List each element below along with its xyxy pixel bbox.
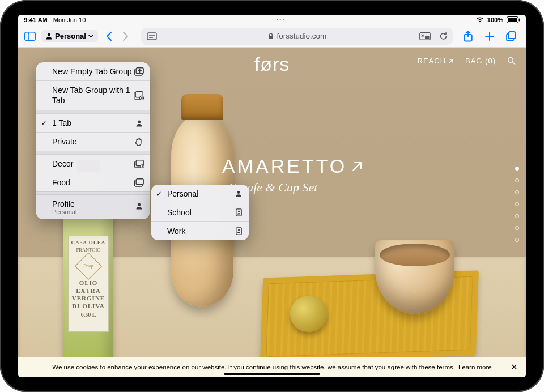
cookie-text: We use cookies to enhance your experienc… bbox=[52, 364, 455, 370]
dot-2[interactable] bbox=[515, 178, 519, 182]
dot-3[interactable] bbox=[515, 190, 519, 194]
chevron-down-icon bbox=[88, 35, 94, 38]
profile-submenu: ✓ Personal School Work bbox=[151, 185, 249, 240]
menu-new-empty-tab-group[interactable]: New Empty Tab Group bbox=[36, 62, 150, 80]
tabgroup-icon bbox=[134, 178, 144, 187]
address-bar[interactable]: forsstudio.com bbox=[141, 28, 453, 45]
status-date: Mon Jun 10 bbox=[53, 16, 86, 23]
nav-search-button[interactable] bbox=[507, 57, 516, 65]
tabs-overview-button[interactable] bbox=[505, 31, 517, 42]
svg-line-17 bbox=[513, 62, 515, 65]
menu-new-tab-group-with-tab[interactable]: New Tab Group with 1 Tab bbox=[36, 80, 150, 110]
screen: 9:41 AM Mon Jun 10 ··· 100% bbox=[18, 15, 526, 377]
svg-rect-32 bbox=[236, 209, 241, 216]
dot-4[interactable] bbox=[515, 202, 519, 206]
dot-7[interactable] bbox=[515, 238, 519, 242]
arrow-upright-icon bbox=[350, 160, 364, 173]
search-icon bbox=[507, 57, 516, 65]
svg-point-33 bbox=[237, 210, 239, 212]
svg-point-31 bbox=[237, 191, 240, 194]
person-icon bbox=[134, 202, 144, 210]
wifi-icon bbox=[476, 17, 484, 23]
cookie-learn-more[interactable]: Learn more bbox=[458, 364, 492, 370]
check-icon: ✓ bbox=[156, 190, 162, 198]
svg-point-35 bbox=[237, 229, 239, 231]
person-icon bbox=[134, 120, 144, 127]
svg-rect-1 bbox=[508, 18, 517, 22]
back-button[interactable] bbox=[103, 30, 115, 42]
site-logo[interactable]: førs bbox=[254, 53, 290, 75]
bottle-stamp: Doop bbox=[75, 253, 102, 280]
svg-point-28 bbox=[142, 165, 143, 166]
svg-rect-15 bbox=[509, 32, 516, 39]
svg-rect-9 bbox=[269, 36, 273, 39]
share-button[interactable] bbox=[462, 31, 474, 42]
forward-button bbox=[120, 30, 132, 42]
new-tab-button[interactable] bbox=[484, 31, 495, 42]
battery-icon bbox=[507, 16, 520, 23]
svg-rect-29 bbox=[136, 178, 143, 184]
svg-rect-2 bbox=[519, 19, 520, 22]
menu-one-tab[interactable]: ✓ 1 Tab bbox=[36, 113, 150, 132]
new-tabgroup-icon bbox=[134, 67, 144, 76]
profile-switcher-label: Personal bbox=[55, 32, 86, 40]
cookie-close-button[interactable]: ✕ bbox=[511, 362, 518, 372]
profile-option-work[interactable]: Work bbox=[151, 221, 249, 240]
pip-button[interactable] bbox=[419, 32, 431, 40]
hero-title[interactable]: AMARETTO bbox=[222, 155, 364, 177]
bottle-line4: DI OLIVA bbox=[71, 302, 106, 310]
nav-bag[interactable]: BAG (0) bbox=[465, 57, 496, 65]
bottle-line3: VERGINE bbox=[71, 295, 106, 302]
svg-rect-11 bbox=[425, 36, 430, 39]
svg-point-5 bbox=[48, 33, 50, 36]
profile-option-school[interactable]: School bbox=[151, 203, 249, 221]
dot-5[interactable] bbox=[515, 214, 519, 218]
lock-icon bbox=[268, 33, 274, 40]
menu-group-food[interactable]: Food bbox=[36, 173, 150, 191]
svg-rect-34 bbox=[236, 228, 241, 235]
person-icon bbox=[234, 190, 243, 197]
url-text: forsstudio.com bbox=[277, 32, 327, 40]
battery-percentage: 100% bbox=[487, 16, 503, 23]
nav-reach[interactable]: REACH bbox=[418, 57, 454, 65]
sidebar-toggle-icon[interactable] bbox=[24, 30, 36, 42]
menu-profile-value: Personal bbox=[52, 208, 144, 215]
menu-profile-label: Profile bbox=[52, 199, 144, 208]
grab-handle[interactable]: ··· bbox=[86, 16, 476, 24]
bottle-line2: OLIO EXTRA bbox=[71, 279, 106, 295]
profile-option-personal[interactable]: ✓ Personal bbox=[151, 185, 249, 203]
bottle-brand: CASA OLEA bbox=[71, 240, 106, 246]
hand-icon bbox=[134, 138, 144, 146]
page-settings-button[interactable] bbox=[147, 32, 157, 40]
dot-6[interactable] bbox=[515, 226, 519, 230]
svg-point-30 bbox=[137, 203, 140, 206]
tab-groups-menu: New Empty Tab Group New Tab Group with 1… bbox=[36, 62, 150, 219]
status-time: 9:41 AM bbox=[24, 16, 48, 23]
carousel-dots[interactable] bbox=[515, 167, 519, 242]
decor-fruit bbox=[290, 296, 328, 332]
decor-bottle: CASA OLEA FRANTOIO Doop OLIO EXTRA VERGI… bbox=[63, 206, 113, 376]
bottle-volume: 0,50 L bbox=[71, 312, 106, 319]
menu-group-decor[interactable]: Decor bbox=[36, 154, 150, 173]
ipad-frame: 9:41 AM Mon Jun 10 ··· 100% bbox=[0, 0, 544, 392]
svg-rect-6 bbox=[147, 33, 156, 40]
menu-profile[interactable]: Profile Personal bbox=[36, 195, 150, 219]
profile-switcher-button[interactable]: Personal bbox=[41, 30, 98, 42]
site-nav: REACH BAG (0) bbox=[418, 57, 516, 65]
shared-group-icon bbox=[134, 160, 144, 168]
badge-icon bbox=[234, 227, 243, 235]
bottle-label: CASA OLEA FRANTOIO Doop OLIO EXTRA VERGI… bbox=[68, 236, 109, 332]
badge-icon bbox=[234, 208, 243, 216]
menu-private[interactable]: Private bbox=[36, 132, 150, 151]
arrow-upright-icon bbox=[448, 58, 454, 64]
safari-toolbar: Personal forsstudio.com bbox=[18, 25, 526, 48]
check-icon: ✓ bbox=[41, 119, 47, 127]
status-bar: 9:41 AM Mon Jun 10 ··· 100% bbox=[18, 15, 526, 25]
person-icon bbox=[45, 32, 53, 40]
svg-point-25 bbox=[137, 120, 140, 123]
home-indicator[interactable] bbox=[224, 373, 320, 375]
new-tabgroup-plus-icon bbox=[134, 91, 144, 100]
dot-1[interactable] bbox=[515, 167, 519, 171]
reload-button[interactable] bbox=[439, 32, 448, 41]
svg-rect-3 bbox=[25, 32, 35, 40]
